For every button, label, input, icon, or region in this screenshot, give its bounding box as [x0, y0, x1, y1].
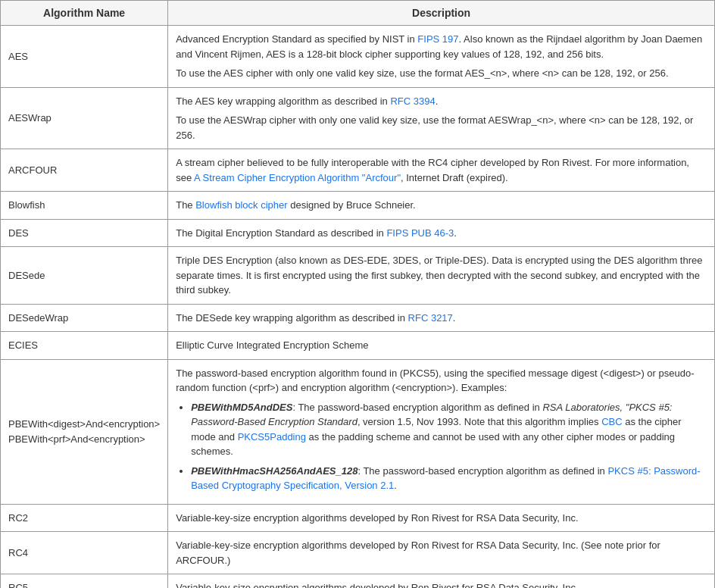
algorithm-name-cell: DESedeWrap [1, 304, 168, 332]
table-row: DESThe Digital Encryption Standard as de… [1, 219, 715, 247]
algorithm-name-cell: ARCFOUR [1, 149, 168, 192]
algorithm-name-cell: ECIES [1, 332, 168, 360]
description-cell: The password-based encryption algorithm … [168, 359, 715, 504]
algorithm-name-cell: AES [1, 26, 168, 88]
algorithm-name-cell: PBEWith<digest>And<encryption>PBEWith<pr… [1, 359, 168, 504]
description-cell: Triple DES Encryption (also known as DES… [168, 247, 715, 305]
table-header-row: Algorithm Name Description [1, 1, 715, 26]
algorithm-name-cell: RC5 [1, 574, 168, 589]
algorithm-table: Algorithm Name Description AESAdvanced E… [0, 0, 715, 588]
table-row: RC4Variable-key-size encryption algorith… [1, 532, 715, 574]
algorithm-name-cell: Blowfish [1, 192, 168, 220]
description-cell: Variable-key-size encryption algorithms … [168, 574, 715, 589]
table-row: PBEWith<digest>And<encryption>PBEWith<pr… [1, 359, 715, 504]
table-row: RC5Variable-key-size encryption algorith… [1, 574, 715, 589]
table-row: BlowfishThe Blowfish block cipher design… [1, 192, 715, 220]
table-row: RC2Variable-key-size encryption algorith… [1, 504, 715, 532]
table-row: AESWrapThe AES key wrapping algorithm as… [1, 87, 715, 149]
algorithm-name-cell: AESWrap [1, 87, 168, 149]
description-cell: A stream cipher believed to be fully int… [168, 149, 715, 192]
header-description: Description [168, 1, 715, 26]
description-cell: The Digital Encryption Standard as descr… [168, 219, 715, 247]
description-cell: Advanced Encryption Standard as specifie… [168, 26, 715, 88]
algorithm-name-cell: DESede [1, 247, 168, 305]
table-row: DESedeTriple DES Encryption (also known … [1, 247, 715, 305]
description-cell: Variable-key-size encryption algorithms … [168, 504, 715, 532]
header-algorithm-name: Algorithm Name [1, 1, 168, 26]
table-row: DESedeWrapThe DESede key wrapping algori… [1, 304, 715, 332]
algorithm-name-cell: RC4 [1, 532, 168, 574]
description-cell: Variable-key-size encryption algorithms … [168, 532, 715, 574]
description-cell: The Blowfish block cipher designed by Br… [168, 192, 715, 220]
algorithm-name-cell: RC2 [1, 504, 168, 532]
description-cell: Elliptic Curve Integrated Encryption Sch… [168, 332, 715, 360]
table-row: ECIESElliptic Curve Integrated Encryptio… [1, 332, 715, 360]
table-row: ARCFOURA stream cipher believed to be fu… [1, 149, 715, 192]
algorithm-name-cell: DES [1, 219, 168, 247]
description-cell: The DESede key wrapping algorithm as des… [168, 304, 715, 332]
table-row: AESAdvanced Encryption Standard as speci… [1, 26, 715, 88]
description-cell: The AES key wrapping algorithm as descri… [168, 87, 715, 149]
